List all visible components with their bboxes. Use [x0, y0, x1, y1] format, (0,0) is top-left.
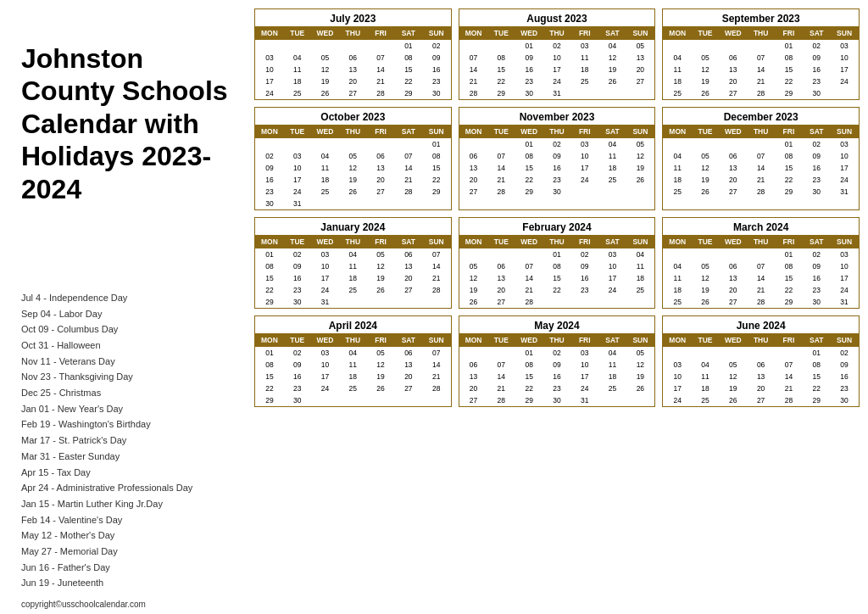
day-cell: 24	[831, 75, 859, 87]
day-cell: 14	[747, 272, 775, 284]
day-cell: 27	[394, 284, 422, 296]
day-cell: 25	[311, 186, 339, 198]
holiday-item: Feb 14 - Valentine's Day	[21, 512, 242, 528]
day-cell: 22	[394, 75, 422, 87]
day-cell	[459, 347, 487, 360]
day-cell	[692, 138, 720, 151]
holiday-item: Apr 24 - Administrative Professionals Da…	[21, 480, 242, 496]
day-header: WED	[719, 126, 747, 138]
month-title: March 2024	[663, 218, 859, 235]
day-cell: 15	[775, 162, 803, 174]
day-cell: 04	[339, 347, 367, 360]
day-cell: 16	[283, 371, 311, 382]
day-cell: 07	[422, 347, 450, 360]
day-header: SAT	[803, 236, 831, 248]
day-cell	[719, 347, 747, 360]
day-cell	[543, 296, 571, 308]
day-cell: 05	[692, 260, 720, 272]
day-cell: 21	[422, 371, 450, 382]
day-cell	[283, 138, 311, 151]
day-cell: 26	[311, 87, 339, 99]
day-cell: 08	[803, 359, 831, 371]
day-header: SAT	[394, 126, 422, 138]
holiday-item: Sep 04 - Labor Day	[21, 306, 242, 322]
day-cell: 20	[487, 284, 515, 296]
day-header: SUN	[626, 334, 654, 347]
day-cell: 21	[367, 75, 395, 87]
day-cell	[664, 347, 692, 360]
day-cell: 24	[664, 394, 692, 406]
day-header: SUN	[626, 236, 654, 248]
day-cell: 20	[747, 382, 775, 394]
day-cell	[719, 138, 747, 151]
day-cell	[626, 394, 654, 406]
day-header: FRI	[775, 334, 803, 347]
day-header: MON	[664, 236, 692, 248]
day-cell: 09	[515, 52, 543, 64]
day-header: FRI	[775, 27, 803, 40]
day-cell: 05	[339, 150, 367, 162]
day-cell: 27	[487, 296, 515, 308]
day-cell: 16	[803, 272, 831, 284]
day-cell: 17	[311, 272, 339, 284]
day-cell: 20	[719, 284, 747, 296]
day-header: SAT	[803, 27, 831, 40]
day-cell	[339, 394, 367, 406]
day-cell: 27	[459, 186, 487, 198]
month-title: December 2023	[663, 108, 859, 125]
day-cell: 01	[515, 138, 543, 151]
day-cell: 19	[598, 64, 626, 75]
day-cell: 11	[664, 272, 692, 284]
day-cell	[747, 138, 775, 151]
day-cell: 25	[664, 87, 692, 99]
day-cell: 20	[394, 272, 422, 284]
day-header: SUN	[831, 126, 859, 138]
day-cell: 12	[692, 162, 720, 174]
day-header: TUE	[487, 27, 515, 40]
day-cell: 09	[422, 52, 450, 64]
day-cell: 02	[570, 248, 598, 261]
day-cell: 10	[256, 64, 284, 75]
day-cell: 27	[719, 186, 747, 198]
day-cell	[367, 198, 395, 209]
day-cell: 17	[831, 162, 859, 174]
day-header: WED	[515, 27, 543, 40]
day-header: FRI	[570, 334, 598, 347]
day-cell: 04	[598, 138, 626, 151]
day-cell: 11	[570, 52, 598, 64]
day-cell: 17	[311, 371, 339, 382]
day-header: WED	[311, 126, 339, 138]
day-header: THU	[543, 27, 571, 40]
day-cell: 08	[515, 150, 543, 162]
day-cell: 23	[803, 284, 831, 296]
day-cell: 01	[803, 347, 831, 360]
day-header: SUN	[422, 236, 450, 248]
day-cell: 24	[311, 382, 339, 394]
day-cell: 23	[543, 382, 571, 394]
day-cell	[339, 198, 367, 209]
day-cell: 28	[459, 87, 487, 99]
holiday-item: Jun 16 - Father's Day	[21, 560, 242, 576]
month-title: January 2024	[255, 218, 451, 235]
day-cell: 25	[570, 75, 598, 87]
day-cell: 25	[598, 382, 626, 394]
day-cell	[459, 138, 487, 151]
day-cell	[626, 87, 654, 99]
day-cell	[367, 394, 395, 406]
day-cell: 25	[283, 87, 311, 99]
day-cell	[367, 138, 395, 151]
day-cell: 20	[459, 382, 487, 394]
day-cell: 17	[570, 162, 598, 174]
day-cell: 16	[803, 64, 831, 75]
day-cell: 12	[626, 150, 654, 162]
day-header: TUE	[692, 236, 720, 248]
day-cell: 02	[803, 40, 831, 53]
day-cell: 18	[664, 174, 692, 186]
day-cell: 26	[598, 75, 626, 87]
day-header: FRI	[367, 236, 395, 248]
day-cell: 10	[831, 260, 859, 272]
day-header: TUE	[283, 236, 311, 248]
day-cell: 12	[692, 272, 720, 284]
day-cell: 16	[803, 162, 831, 174]
day-cell: 27	[626, 75, 654, 87]
